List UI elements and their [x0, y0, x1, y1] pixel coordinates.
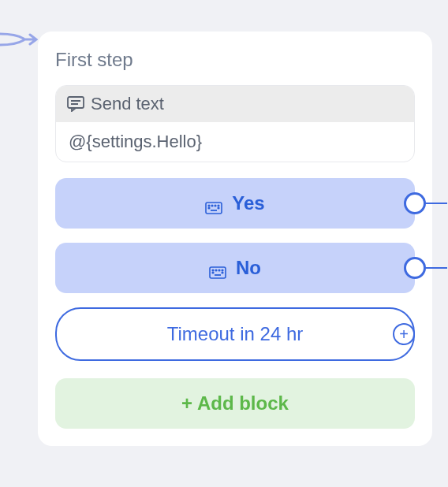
svg-point-15: [222, 270, 223, 271]
timeout-button[interactable]: Timeout in 24 hr +: [55, 307, 415, 361]
connector-port[interactable]: [404, 192, 426, 214]
keyboard-icon: [209, 262, 226, 274]
card-title: First step: [55, 49, 415, 71]
step-card: First step Send text @{settings.Hello}: [38, 32, 432, 446]
incoming-arrow-icon: [0, 28, 38, 51]
svg-point-6: [215, 205, 216, 206]
svg-point-9: [218, 207, 219, 209]
connector-port[interactable]: [404, 257, 426, 279]
plus-icon[interactable]: +: [393, 323, 415, 345]
svg-point-13: [215, 270, 217, 271]
send-text-value[interactable]: @{settings.Hello}: [56, 122, 414, 162]
send-text-label: Send text: [91, 94, 164, 114]
svg-rect-0: [68, 97, 84, 108]
timeout-label: Timeout in 24 hr: [167, 323, 304, 345]
svg-point-5: [211, 205, 213, 206]
send-text-block[interactable]: Send text @{settings.Hello}: [55, 85, 415, 162]
svg-point-4: [208, 205, 210, 206]
svg-point-8: [208, 207, 210, 209]
keyboard-icon: [205, 197, 222, 210]
svg-point-12: [212, 270, 214, 271]
svg-point-17: [222, 272, 223, 273]
option-no-button[interactable]: No: [55, 243, 415, 293]
svg-point-16: [212, 272, 214, 273]
option-label: No: [236, 257, 261, 279]
svg-point-7: [218, 205, 219, 206]
option-label: Yes: [232, 192, 264, 214]
svg-point-14: [218, 270, 220, 271]
chat-icon: [67, 96, 84, 112]
add-block-label: + Add block: [181, 392, 289, 415]
send-text-header: Send text: [56, 86, 414, 122]
option-yes-button[interactable]: Yes: [55, 178, 415, 229]
add-block-button[interactable]: + Add block: [55, 378, 415, 429]
